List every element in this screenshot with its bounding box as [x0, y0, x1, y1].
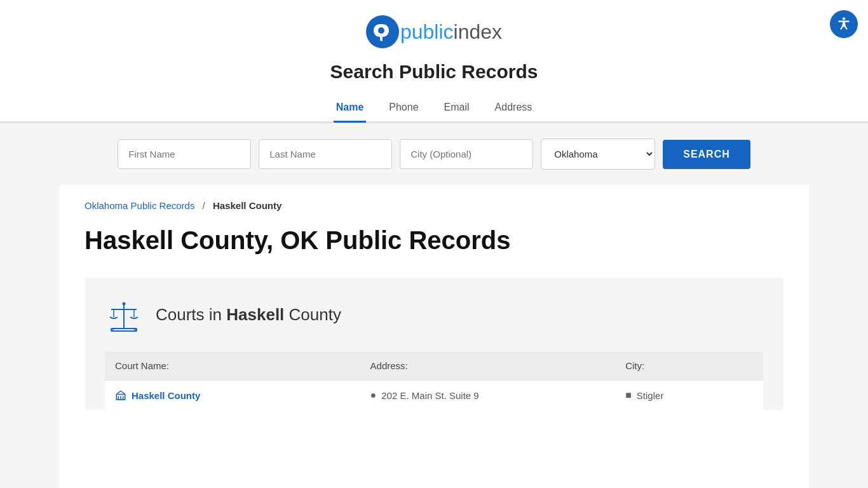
county-heading: Haskell County, OK Public Records: [85, 226, 783, 255]
state-select[interactable]: Oklahoma Alabama Alaska Arizona Arkansas…: [541, 139, 655, 170]
table-row: Haskell County ● 202 E. Main St. Suite 9…: [105, 380, 763, 410]
svg-point-2: [378, 27, 384, 34]
col-header-city: City:: [625, 360, 753, 371]
logo: publicindex: [0, 15, 868, 48]
main-content: Oklahoma Public Records / Haskell County…: [59, 185, 809, 488]
courts-icon: [105, 295, 143, 334]
svg-point-10: [123, 302, 126, 306]
location-icon: ●: [370, 390, 377, 401]
tab-phone[interactable]: Phone: [386, 95, 421, 123]
breadcrumb-separator: /: [203, 200, 205, 211]
court-city-cell: ■ Stigler: [625, 390, 753, 401]
courts-title: Courts in Haskell County: [156, 305, 341, 325]
tab-name[interactable]: Name: [334, 95, 367, 123]
last-name-input[interactable]: [259, 139, 392, 169]
breadcrumb-link[interactable]: Oklahoma Public Records: [85, 200, 194, 211]
accessibility-button[interactable]: [830, 10, 858, 38]
courts-section: Courts in Haskell County Court Name: Add…: [85, 278, 783, 410]
map-icon: ■: [625, 390, 632, 401]
court-name-link[interactable]: Haskell County: [115, 390, 370, 401]
search-tabs: Name Phone Email Address: [0, 95, 868, 123]
breadcrumb-current: Haskell County: [213, 200, 281, 211]
col-header-name: Court Name:: [115, 360, 370, 371]
svg-line-15: [116, 391, 121, 394]
first-name-input[interactable]: [118, 139, 251, 169]
tab-address[interactable]: Address: [492, 95, 535, 123]
table-header: Court Name: Address: City:: [105, 351, 763, 380]
page-title: Search Public Records: [0, 61, 868, 83]
courthouse-icon: [115, 390, 126, 401]
col-header-address: Address:: [370, 360, 626, 371]
breadcrumb: Oklahoma Public Records / Haskell County: [85, 200, 783, 211]
logo-public-text: public: [400, 20, 454, 44]
court-name-cell: Haskell County: [115, 390, 370, 401]
court-address-cell: ● 202 E. Main St. Suite 9: [370, 390, 626, 401]
search-form: Oklahoma Alabama Alaska Arizona Arkansas…: [0, 123, 868, 185]
svg-point-0: [843, 17, 845, 20]
logo-index-text: index: [454, 20, 503, 44]
search-button[interactable]: SEARCH: [663, 140, 750, 169]
courts-header: Courts in Haskell County: [105, 295, 763, 334]
city-input[interactable]: [400, 139, 533, 169]
svg-line-16: [121, 391, 125, 394]
tab-email[interactable]: Email: [442, 95, 472, 123]
